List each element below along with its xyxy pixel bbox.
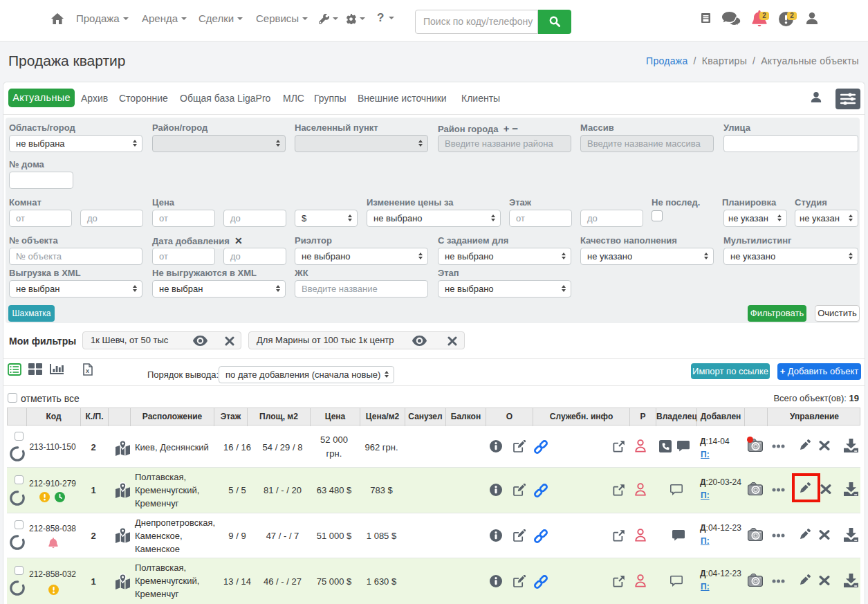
svg-text:x: x (86, 367, 89, 374)
